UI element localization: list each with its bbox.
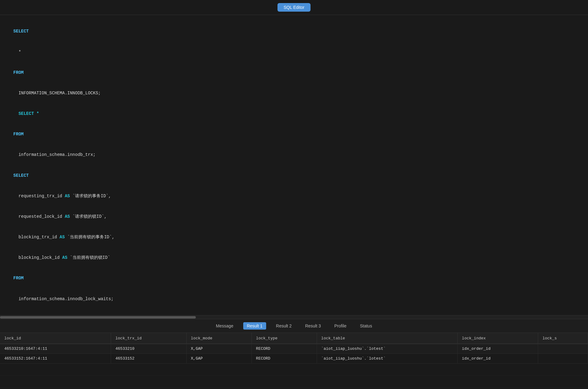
col-header-lock-index: lock_index [457,333,538,344]
col-header-lock-table: lock_table [317,333,457,344]
col-header-lock-type: lock_type [251,333,317,344]
tab-message[interactable]: Message [212,322,237,330]
code-line-11: blocking_trx_id AS `当前拥有锁的事务ID`, [3,227,585,247]
results-table: lock_id lock_trx_id lock_mode lock_type … [0,333,588,364]
code-line-8: SELECT [3,165,585,186]
keyword-as-2: AS [65,214,70,219]
code-line-4: INFORMATION_SCHEMA.INNODB_LOCKS; [3,83,585,104]
tabs-bar: Message Result 1 Result 2 Result 3 Profi… [0,319,588,333]
code-line-9: requesting_trx_id AS `请求锁的事务ID`, [3,186,585,206]
code-line-5: SELECT * [3,104,585,124]
cell-lock-s-1 [538,344,588,354]
tab-result1[interactable]: Result 1 [243,322,266,330]
keyword-as-1: AS [65,194,70,198]
sql-editor-button[interactable]: SQL Editor [277,3,311,12]
table-row: 46533210:1647:4:11 46533210 X,GAP RECORD… [0,344,588,354]
code-line-14: information_schema.innodb_lock_waits; [3,289,585,309]
cell-lock-table-2: `aiot_iiap_luoshu`.`lotest` [317,354,457,364]
code-table-1: INFORMATION_SCHEMA.INNODB_LOCKS; [13,91,101,96]
code-line-6: FROM [3,124,585,145]
cell-lock-mode-2: X,GAP [186,354,251,364]
results-area: lock_id lock_trx_id lock_mode lock_type … [0,333,588,389]
code-col-1a: requesting_trx_id [13,194,65,198]
editor-area[interactable]: SELECT * FROM INFORMATION_SCHEMA.INNODB_… [0,15,588,315]
code-col-3b: `当前拥有锁的事务ID`, [65,235,114,240]
keyword-select-1: SELECT [13,29,29,34]
col-header-lock-s: lock_s [538,333,588,344]
code-star: * [13,50,21,55]
keyword-from-2: FROM [13,132,24,137]
code-line-7: information_schema.innodb_trx; [3,145,585,165]
cell-lock-type-1: RECORD [251,344,317,354]
code-col-1b: `请求锁的事务ID`, [70,194,111,198]
scrollbar-thumb[interactable] [0,316,196,319]
keyword-from-3: FROM [13,276,24,281]
empty-row [0,376,588,388]
keyword-from-1: FROM [13,70,24,75]
code-col-2b: `请求锁的锁ID`, [70,214,106,219]
keyword-as-4: AS [62,255,67,260]
cell-lock-index-2: idx_order_id [457,354,538,364]
code-line-13: FROM [3,268,585,289]
code-line-10: requested_lock_id AS `请求锁的锁ID`, [3,206,585,227]
tab-result2[interactable]: Result 2 [272,322,295,330]
code-table-2: information_schema.innodb_trx; [13,152,96,157]
tab-status[interactable]: Status [356,322,376,330]
col-header-lock-trx-id: lock_trx_id [111,333,187,344]
cell-lock-id-2: 46533152:1647:4:11 [0,354,111,364]
cell-lock-index-1: idx_order_id [457,344,538,354]
keyword-select-3: SELECT [13,173,29,178]
code-line-3: FROM [3,62,585,83]
title-bar: SQL Editor [0,0,588,15]
col-header-lock-id: lock_id [0,333,111,344]
code-col-3a: blocking_trx_id [13,235,60,240]
cell-lock-table-1: `aiot_iiap_luoshu`.`lotest` [317,344,457,354]
code-col-2a: requested_lock_id [13,214,65,219]
code-line-12: blocking_lock_id AS `当前拥有锁的锁ID` [3,247,585,268]
code-col-4a: blocking_lock_id [13,255,62,260]
cell-lock-mode-1: X,GAP [186,344,251,354]
keyword-select-2: SELECT * [13,111,39,116]
code-table-3: information_schema.innodb_lock_waits; [13,296,114,301]
code-col-4b: `当前拥有锁的锁ID` [67,255,110,260]
table-row: 46533152:1647:4:11 46533152 X,GAP RECORD… [0,354,588,364]
horizontal-scrollbar[interactable] [0,315,588,319]
code-line-1: SELECT [3,21,585,42]
cell-lock-type-2: RECORD [251,354,317,364]
cell-lock-trx-id-2: 46533152 [111,354,187,364]
cell-lock-trx-id-1: 46533210 [111,344,187,354]
empty-row [0,364,588,376]
empty-rows-area [0,364,588,389]
code-line-2: * [3,42,585,62]
col-header-lock-mode: lock_mode [186,333,251,344]
table-header-row: lock_id lock_trx_id lock_mode lock_type … [0,333,588,344]
keyword-as-3: AS [60,235,65,240]
tab-result3[interactable]: Result 3 [301,322,324,330]
cell-lock-s-2 [538,354,588,364]
tab-profile[interactable]: Profile [331,322,350,330]
cell-lock-id-1: 46533210:1647:4:11 [0,344,111,354]
